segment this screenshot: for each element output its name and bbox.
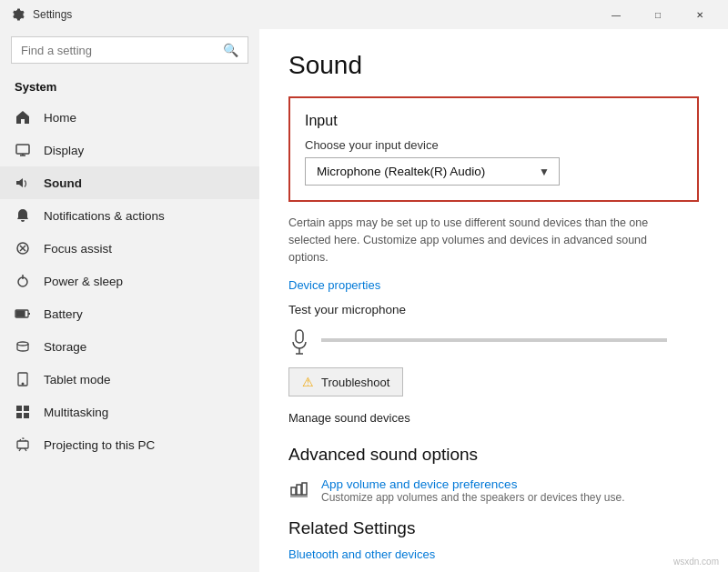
- sidebar: 🔍 System Home Display Sound Notifi: [0, 29, 259, 572]
- close-button[interactable]: ✕: [679, 0, 721, 29]
- search-icon: 🔍: [223, 43, 238, 57]
- home-icon: [15, 109, 31, 125]
- manage-sound-devices-link[interactable]: Manage sound devices: [288, 411, 410, 425]
- input-device-dropdown[interactable]: Microphone (Realtek(R) Audio) ▼: [305, 157, 560, 186]
- svg-rect-16: [24, 406, 29, 411]
- notifications-icon: [15, 207, 31, 224]
- svg-rect-24: [297, 485, 301, 495]
- storage-icon: [15, 338, 31, 355]
- title-bar-left: Settings: [11, 7, 72, 22]
- sidebar-label-battery: Battery: [44, 307, 83, 321]
- troubleshoot-button[interactable]: ⚠ Troubleshoot: [288, 367, 403, 396]
- app-volume-icon: [288, 479, 308, 499]
- svg-rect-19: [17, 441, 28, 448]
- maximize-button[interactable]: □: [637, 0, 679, 29]
- svg-point-14: [22, 383, 24, 385]
- sidebar-label-focus: Focus assist: [44, 242, 112, 256]
- sidebar-item-storage[interactable]: Storage: [0, 330, 259, 363]
- sound-icon: [15, 175, 31, 191]
- test-mic-label: Test your microphone: [288, 303, 699, 316]
- selected-device-text: Microphone (Realtek(R) Audio): [317, 165, 485, 178]
- minimize-button[interactable]: —: [595, 0, 637, 29]
- battery-icon: [15, 306, 31, 322]
- dropdown-arrow-icon: ▼: [539, 166, 550, 178]
- sidebar-item-notifications[interactable]: Notifications & actions: [0, 199, 259, 232]
- svg-rect-0: [16, 145, 29, 154]
- sidebar-label-display: Display: [44, 144, 84, 157]
- settings-icon: [11, 7, 25, 22]
- sidebar-item-battery[interactable]: Battery: [0, 297, 259, 330]
- sidebar-label-home: Home: [44, 111, 76, 125]
- sidebar-item-tablet[interactable]: Tablet mode: [0, 363, 259, 396]
- main-content: Sound Input Choose your input device Mic…: [259, 29, 728, 572]
- tablet-icon: [15, 371, 31, 387]
- svg-rect-18: [24, 413, 29, 418]
- svg-rect-17: [16, 413, 22, 418]
- sidebar-item-power[interactable]: Power & sleep: [0, 265, 259, 297]
- troubleshoot-label: Troubleshoot: [321, 376, 389, 389]
- sidebar-label-sound: Sound: [44, 176, 82, 190]
- search-box[interactable]: 🔍: [11, 36, 248, 64]
- mic-test-area: [288, 326, 699, 355]
- multitasking-icon: [15, 404, 31, 420]
- mic-level-bar: [321, 338, 667, 342]
- focus-icon: [15, 240, 31, 256]
- bluetooth-link[interactable]: Bluetooth and other devices: [288, 547, 699, 561]
- svg-marker-3: [16, 178, 23, 187]
- app-body: 🔍 System Home Display Sound Notifi: [0, 29, 728, 572]
- advanced-item-text-0: App volume and device preferences Custom…: [321, 477, 625, 504]
- sidebar-item-home[interactable]: Home: [0, 101, 259, 134]
- sidebar-item-multitasking[interactable]: Multitasking: [0, 396, 259, 428]
- projecting-icon: [15, 437, 31, 453]
- advanced-item-0: App volume and device preferences Custom…: [288, 477, 699, 504]
- sidebar-label-storage: Storage: [44, 340, 86, 354]
- sidebar-section-label: System: [0, 75, 259, 101]
- watermark: wsxdn.com: [673, 557, 719, 567]
- input-section-heading: Input: [305, 113, 679, 129]
- svg-point-12: [17, 342, 28, 346]
- page-title: Sound: [288, 51, 699, 80]
- search-input[interactable]: [21, 44, 216, 57]
- choose-input-label: Choose your input device: [305, 138, 679, 152]
- microphone-icon: [288, 326, 310, 355]
- sidebar-label-multitasking: Multitasking: [44, 406, 108, 419]
- sidebar-label-notifications: Notifications & actions: [44, 209, 165, 223]
- svg-rect-23: [291, 487, 296, 495]
- sidebar-label-tablet: Tablet mode: [44, 373, 111, 386]
- svg-rect-15: [16, 406, 22, 411]
- app-volume-subtitle: Customize app volumes and the speakers o…: [321, 491, 625, 504]
- title-bar: Settings — □ ✕: [0, 0, 728, 29]
- sidebar-item-display[interactable]: Display: [0, 134, 259, 166]
- input-section-box: Input Choose your input device Microphon…: [288, 96, 699, 202]
- sidebar-label-projecting: Projecting to this PC: [44, 438, 155, 452]
- svg-rect-20: [296, 330, 303, 343]
- svg-rect-25: [302, 483, 307, 495]
- sidebar-label-power: Power & sleep: [44, 275, 123, 288]
- display-icon: [15, 142, 31, 158]
- device-properties-link[interactable]: Device properties: [288, 278, 380, 292]
- related-heading: Related Settings: [288, 518, 699, 538]
- sidebar-item-focus[interactable]: Focus assist: [0, 232, 259, 265]
- warning-icon: ⚠: [302, 375, 314, 389]
- advanced-heading: Advanced sound options: [288, 445, 699, 465]
- app-volume-link[interactable]: App volume and device preferences: [321, 477, 625, 491]
- svg-rect-11: [16, 311, 25, 316]
- sidebar-item-sound[interactable]: Sound: [0, 166, 259, 199]
- power-icon: [15, 273, 31, 289]
- app-title: Settings: [33, 8, 72, 21]
- window-controls: — □ ✕: [595, 0, 721, 29]
- info-text: Certain apps may be set up to use differ…: [288, 215, 680, 266]
- sidebar-item-projecting[interactable]: Projecting to this PC: [0, 428, 259, 461]
